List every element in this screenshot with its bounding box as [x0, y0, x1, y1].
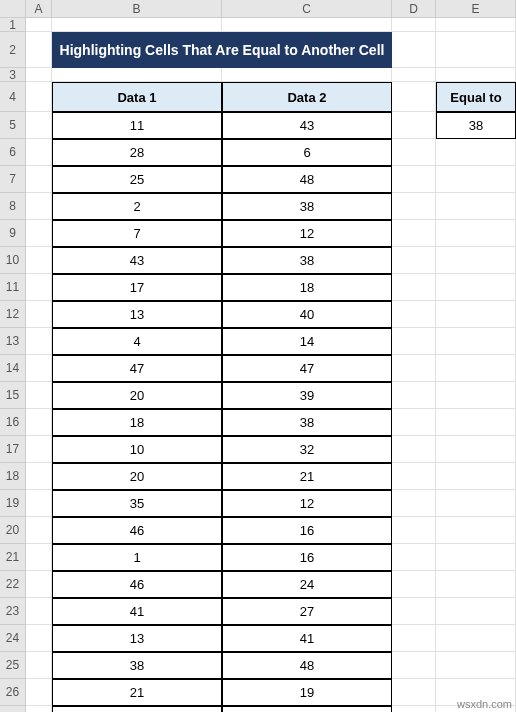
- cell-E3[interactable]: [436, 68, 516, 82]
- cell-E12[interactable]: [436, 301, 516, 328]
- cell-E10[interactable]: [436, 247, 516, 274]
- data2-row11[interactable]: 18: [222, 274, 392, 301]
- cell-B1[interactable]: [52, 18, 222, 32]
- row-header-22[interactable]: 22: [0, 571, 26, 598]
- col-header-E[interactable]: E: [436, 0, 516, 18]
- cell-D13[interactable]: [392, 328, 436, 355]
- data1-row10[interactable]: 43: [52, 247, 222, 274]
- row-header-8[interactable]: 8: [0, 193, 26, 220]
- cell-D26[interactable]: [392, 679, 436, 706]
- cell-A12[interactable]: [26, 301, 52, 328]
- cell-E15[interactable]: [436, 382, 516, 409]
- cell-A1[interactable]: [26, 18, 52, 32]
- data1-row16[interactable]: 18: [52, 409, 222, 436]
- header-data2[interactable]: Data 2: [222, 82, 392, 112]
- cell-E23[interactable]: [436, 598, 516, 625]
- cell-A23[interactable]: [26, 598, 52, 625]
- cell-A9[interactable]: [26, 220, 52, 247]
- data2-row22[interactable]: 24: [222, 571, 392, 598]
- cell-D9[interactable]: [392, 220, 436, 247]
- data2-row7[interactable]: 48: [222, 166, 392, 193]
- data1-row25[interactable]: 38: [52, 652, 222, 679]
- cell-D1[interactable]: [392, 18, 436, 32]
- data1-row20[interactable]: 46: [52, 517, 222, 544]
- data2-row18[interactable]: 21: [222, 463, 392, 490]
- row-header-7[interactable]: 7: [0, 166, 26, 193]
- row-header-15[interactable]: 15: [0, 382, 26, 409]
- cell-B3[interactable]: [52, 68, 222, 82]
- cell-E18[interactable]: [436, 463, 516, 490]
- row-header-4[interactable]: 4: [0, 82, 26, 112]
- data1-row21[interactable]: 1: [52, 544, 222, 571]
- cell-D17[interactable]: [392, 436, 436, 463]
- cell-E9[interactable]: [436, 220, 516, 247]
- data1-row17[interactable]: 10: [52, 436, 222, 463]
- cell-A2[interactable]: [26, 32, 52, 68]
- cell-E1[interactable]: [436, 18, 516, 32]
- select-all-corner[interactable]: [0, 0, 26, 18]
- data1-row14[interactable]: 47: [52, 355, 222, 382]
- cell-A21[interactable]: [26, 544, 52, 571]
- cell-E13[interactable]: [436, 328, 516, 355]
- cell-E2[interactable]: [436, 32, 516, 68]
- data2-row15[interactable]: 39: [222, 382, 392, 409]
- row-header-20[interactable]: 20: [0, 517, 26, 544]
- cell-D2[interactable]: [392, 32, 436, 68]
- cell-D24[interactable]: [392, 625, 436, 652]
- data1-row27[interactable]: [52, 706, 222, 712]
- cell-E19[interactable]: [436, 490, 516, 517]
- cell-D19[interactable]: [392, 490, 436, 517]
- cell-C3[interactable]: [222, 68, 392, 82]
- data2-row19[interactable]: 12: [222, 490, 392, 517]
- cell-D7[interactable]: [392, 166, 436, 193]
- data2-row25[interactable]: 48: [222, 652, 392, 679]
- cell-A11[interactable]: [26, 274, 52, 301]
- row-header-21[interactable]: 21: [0, 544, 26, 571]
- data1-row22[interactable]: 46: [52, 571, 222, 598]
- cell-D25[interactable]: [392, 652, 436, 679]
- cell-A16[interactable]: [26, 409, 52, 436]
- data2-row21[interactable]: 16: [222, 544, 392, 571]
- data2-row6[interactable]: 6: [222, 139, 392, 166]
- header-equal-to[interactable]: Equal to: [436, 82, 516, 112]
- data2-row23[interactable]: 27: [222, 598, 392, 625]
- cell-C1[interactable]: [222, 18, 392, 32]
- cell-A22[interactable]: [26, 571, 52, 598]
- col-header-A[interactable]: A: [26, 0, 52, 18]
- cell-E7[interactable]: [436, 166, 516, 193]
- cell-A14[interactable]: [26, 355, 52, 382]
- data1-row15[interactable]: 20: [52, 382, 222, 409]
- row-header-5[interactable]: 5: [0, 112, 26, 139]
- cell-E22[interactable]: [436, 571, 516, 598]
- cell-E8[interactable]: [436, 193, 516, 220]
- row-header-16[interactable]: 16: [0, 409, 26, 436]
- data2-row16[interactable]: 38: [222, 409, 392, 436]
- cell-A19[interactable]: [26, 490, 52, 517]
- row-header-1[interactable]: 1: [0, 18, 26, 32]
- row-header-14[interactable]: 14: [0, 355, 26, 382]
- data2-row17[interactable]: 32: [222, 436, 392, 463]
- row-header-23[interactable]: 23: [0, 598, 26, 625]
- cell-D8[interactable]: [392, 193, 436, 220]
- cell-E14[interactable]: [436, 355, 516, 382]
- cell-A5[interactable]: [26, 112, 52, 139]
- cell-D18[interactable]: [392, 463, 436, 490]
- cell-E20[interactable]: [436, 517, 516, 544]
- row-header-3[interactable]: 3: [0, 68, 26, 82]
- equal-to-value[interactable]: 38: [436, 112, 516, 139]
- data2-row8[interactable]: 38: [222, 193, 392, 220]
- row-header-17[interactable]: 17: [0, 436, 26, 463]
- cell-D12[interactable]: [392, 301, 436, 328]
- row-header-2[interactable]: 2: [0, 32, 26, 68]
- data2-row24[interactable]: 41: [222, 625, 392, 652]
- cell-D27[interactable]: [392, 706, 436, 712]
- cell-E6[interactable]: [436, 139, 516, 166]
- data1-row8[interactable]: 2: [52, 193, 222, 220]
- cell-A20[interactable]: [26, 517, 52, 544]
- cell-D14[interactable]: [392, 355, 436, 382]
- row-header-13[interactable]: 13: [0, 328, 26, 355]
- data2-row27[interactable]: 27: [222, 706, 392, 712]
- cell-A25[interactable]: [26, 652, 52, 679]
- data1-row9[interactable]: 7: [52, 220, 222, 247]
- cell-A24[interactable]: [26, 625, 52, 652]
